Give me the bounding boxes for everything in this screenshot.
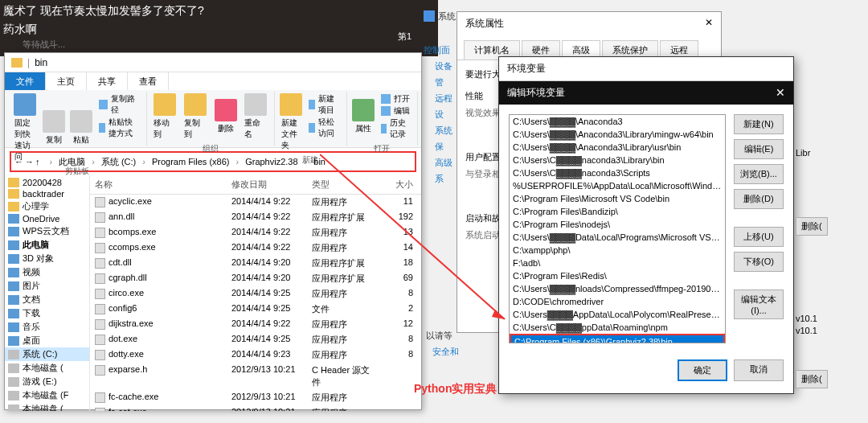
bc-pf[interactable]: Program Files (x86) (149, 155, 233, 168)
link-device[interactable]: 设备管 (435, 58, 456, 90)
pin-button[interactable]: 固定到快 速访问 (11, 92, 39, 164)
properties-button[interactable]: 属性 (350, 92, 376, 142)
paste-button[interactable]: 粘贴 (68, 92, 94, 164)
nav-item[interactable]: 此电脑 (5, 238, 89, 252)
edit-button[interactable]: 编辑 (381, 105, 411, 117)
path-list[interactable]: C:\Users\▓▓▓▓\Anaconda3C:\Users\▓▓▓▓\Ana… (509, 114, 726, 343)
browse-button[interactable]: 浏览(B)... (734, 164, 784, 184)
link-remote[interactable]: 远程设 (435, 90, 456, 122)
path-item[interactable]: C:\Program Files\Microsoft VS Code\bin (510, 192, 725, 205)
tab-share[interactable]: 共享 (87, 72, 128, 90)
file-row[interactable]: dotty.exe2014/4/14 9:23应用程序8 (90, 347, 421, 363)
delete-button[interactable]: 删除(D) (734, 189, 784, 209)
moveup-button[interactable]: 上移(U) (734, 227, 784, 247)
path-item[interactable]: C:\Users\C▓▓▓▓naconda3\Scripts (510, 166, 725, 179)
forward-icon[interactable]: → (25, 157, 34, 166)
copyto-button[interactable]: 复制到 (181, 92, 210, 142)
path-item[interactable]: %USERPROFILE%\AppData\Local\Microsoft\Wi… (510, 179, 725, 192)
file-row[interactable]: bcomps.exe2014/4/14 9:22应用程序13 (90, 225, 421, 240)
bc-thispc[interactable]: 此电脑 (55, 154, 88, 170)
explorer-titlebar[interactable]: | bin (5, 53, 421, 72)
delete-right-button-2[interactable]: 删除( (796, 370, 828, 388)
path-item[interactable]: C:\Users\C▓▓▓▓naconda3\Library\bin (510, 154, 725, 166)
edittext-button[interactable]: 编辑文本(I)... (734, 290, 784, 319)
nav-item[interactable]: 心理学 (5, 199, 89, 213)
file-row[interactable]: acyclic.exe2014/4/14 9:22应用程序11 (90, 195, 421, 210)
col-date[interactable]: 修改日期 (227, 175, 307, 194)
file-row[interactable]: ann.dll2014/4/14 9:22应用程序扩展192 (90, 210, 421, 225)
copypath-button[interactable]: 复制路径 (99, 93, 140, 116)
path-item[interactable]: C:\Users\C▓▓▓▓ppData\Roaming\npm (510, 321, 725, 334)
edit-button[interactable]: 编辑(E) (734, 139, 784, 159)
file-row[interactable]: dot.exe2014/4/14 9:25应用程序8 (90, 332, 421, 347)
delete-right-button[interactable]: 删除( (796, 217, 828, 236)
rename-button[interactable]: 重命名 (241, 92, 270, 142)
link-control[interactable]: 控制面 (424, 42, 456, 58)
path-item[interactable]: C:\Program Files\Redis\ (510, 269, 725, 282)
col-type[interactable]: 类型 (307, 175, 378, 194)
tab-view[interactable]: 查看 (128, 72, 169, 90)
path-item[interactable]: C:\xampp\php\ (510, 244, 725, 257)
nav-item[interactable]: 本地磁盘 (F (5, 388, 89, 402)
path-item[interactable]: C:\Users\▓▓▓▓\Anaconda3 (510, 115, 725, 128)
easyaccess-button[interactable]: 轻松访问 (309, 117, 340, 139)
col-size[interactable]: 大小 (378, 175, 418, 194)
file-row[interactable]: circo.exe2014/4/14 9:25应用程序8 (90, 286, 421, 302)
file-row[interactable]: cdt.dll2014/4/14 9:20应用程序扩展18 (90, 256, 421, 271)
path-item[interactable]: C:\Program Files\Bandizip\ (510, 205, 725, 218)
cancel-button[interactable]: 取消 (734, 359, 784, 381)
new-button[interactable]: 新建(N) (734, 114, 784, 134)
nav-item[interactable]: 游戏 (E:) (5, 375, 89, 388)
pasteshortcut-button[interactable]: 粘贴快捷方式 (99, 117, 140, 139)
path-item[interactable]: C:\Program Files\nodejs\ (510, 218, 725, 231)
back-icon[interactable]: ← (14, 157, 23, 166)
copy-button[interactable]: 复制 (41, 92, 67, 164)
nav-item[interactable]: backtrader (5, 188, 89, 199)
moveto-button[interactable]: 移动到 (150, 92, 179, 142)
path-item[interactable]: C:\Users\▓▓▓▓Data\Local\Programs\Microso… (510, 231, 725, 244)
path-item[interactable]: F:\adb\ (510, 257, 725, 269)
nav-item[interactable]: OneDrive (5, 213, 89, 224)
path-item[interactable]: C:\Program Files (x86)\Graphviz2.38\bin (510, 334, 725, 343)
nav-item[interactable]: 本地磁盘 ( (5, 402, 89, 411)
bc-drive[interactable]: 系统 (C:) (98, 154, 139, 170)
nav-item[interactable]: WPS云文档 (5, 224, 89, 238)
nav-item[interactable]: 本地磁盘 ( (5, 361, 89, 375)
file-row[interactable]: exparse.h2012/9/13 10:21C Header 源文件 (90, 363, 421, 390)
file-row[interactable]: fc-cat.exe2012/9/13 10:21应用程序 (90, 405, 421, 411)
newfolder-button[interactable]: 新建 文件夹 (278, 92, 304, 153)
path-item[interactable]: C:\Users\▓▓▓▓\Anaconda3\Library\usr\bin (510, 141, 725, 154)
bc-bin[interactable]: bin (310, 155, 329, 168)
link-protect[interactable]: 系统保 (435, 122, 456, 154)
file-row[interactable]: dijkstra.exe2014/4/14 9:22应用程序12 (90, 317, 421, 332)
safe-label[interactable]: 安全和 (432, 346, 459, 358)
file-row[interactable]: fc-cache.exe2012/9/13 10:21应用程序 (90, 390, 421, 405)
path-item[interactable]: C:\Users\▓▓▓▓\Anaconda3\Library\mingw-w6… (510, 128, 725, 141)
nav-item[interactable]: 文档 (5, 293, 89, 306)
nav-item[interactable]: 系统 (C:) (5, 347, 89, 361)
path-item[interactable]: C:\Users▓▓▓▓AppData\Local\Polycom\RealPr… (510, 308, 725, 321)
delete-button[interactable]: 删除 (212, 92, 240, 142)
close-icon[interactable]: ✕ (776, 86, 785, 100)
movedown-button[interactable]: 下移(O) (734, 252, 784, 272)
close-icon[interactable]: ✕ (705, 17, 713, 31)
nav-item[interactable]: 20200428 (5, 177, 89, 188)
nav-item[interactable]: 音乐 (5, 320, 89, 334)
history-button[interactable]: 历史记录 (381, 117, 411, 140)
nav-item[interactable]: 视频 (5, 265, 89, 279)
tab-file[interactable]: 文件 (5, 72, 46, 90)
bc-graphviz[interactable]: Graphviz2.38 (242, 155, 301, 168)
nav-item[interactable]: 下载 (5, 306, 89, 320)
nav-item[interactable]: 图片 (5, 279, 89, 293)
nav-item[interactable]: 桌面 (5, 334, 89, 347)
open-button[interactable]: 打开 (381, 93, 411, 105)
file-row[interactable]: config62014/4/14 9:25文件2 (90, 302, 421, 317)
tab-home[interactable]: 主页 (46, 72, 87, 90)
path-item[interactable]: C:\Users\▓▓▓▓nloads\Compressed\ffmpeg-20… (510, 282, 725, 295)
path-item[interactable]: D:\CODE\chromedriver (510, 295, 725, 308)
ok-button[interactable]: 确定 (678, 359, 727, 381)
up-icon[interactable]: ↑ (35, 157, 40, 166)
nav-item[interactable]: 3D 对象 (5, 252, 89, 265)
file-row[interactable]: ccomps.exe2014/4/14 9:22应用程序14 (90, 240, 421, 256)
link-advanced[interactable]: 高级系 (435, 154, 456, 187)
